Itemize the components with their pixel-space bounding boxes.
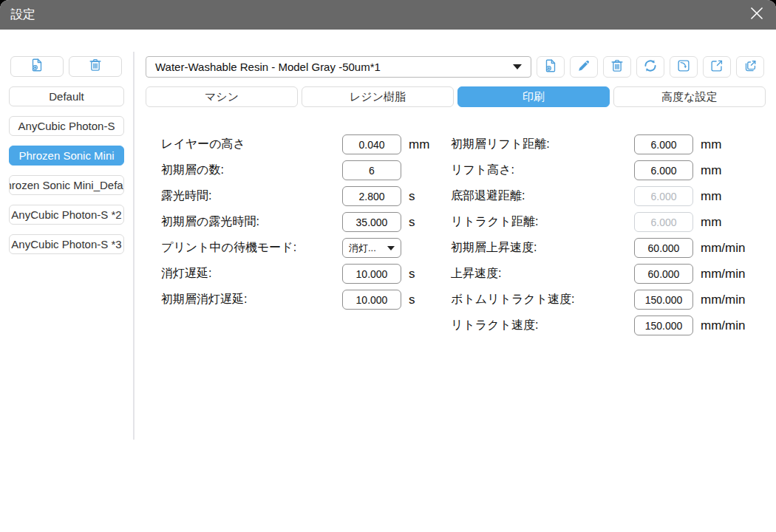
waiting-mode-selected-value: 消灯... (349, 242, 376, 255)
delete-resin-profile-button[interactable] (603, 56, 631, 78)
retract-distance-label: リトラクト距離: (451, 214, 634, 230)
tab-selected[interactable]: 印刷 (457, 86, 610, 107)
lift-speed-input[interactable]: 60.000 (634, 264, 693, 284)
lift-height-unit-label: mm (701, 163, 721, 178)
sidebar-actions (10, 56, 133, 77)
form-right-column: 初期層リフト距離:6.000mmリフト高さ:6.000mm底部退避距離:6.00… (451, 134, 769, 341)
share-icon (742, 58, 758, 77)
waiting-mode-label: プリント中の待機モード: (161, 240, 342, 256)
add-resin-profile-button[interactable] (537, 56, 565, 78)
lift-speed-unit-label: mm/min (701, 267, 745, 282)
form-row: 露光時間:2.800s (161, 186, 443, 206)
export-profile-button[interactable] (703, 56, 731, 78)
resin-profile-selected-label: Water-Washable Resin - Model Gray -50um*… (155, 61, 381, 73)
tab-bar: マシンレジン樹脂印刷高度な設定 (146, 86, 766, 107)
pencil-icon (576, 58, 592, 77)
machine-profile-sidebar: DefaultAnyCubic Photon-SPhrozen Sonic Mi… (0, 30, 133, 532)
layer-height-label: レイヤーの高さ (161, 137, 342, 152)
chevron-down-icon (387, 246, 395, 250)
form-row: ボトムリトラクト速度:150.000mm/min (451, 290, 769, 310)
bottom-exposure-time-label: 初期層の露光時間: (161, 214, 342, 230)
main-panel: Water-Washable Resin - Model Gray -50um*… (146, 56, 766, 107)
form-row: 初期層の数:6 (161, 160, 443, 180)
delete-machine-profile-button[interactable] (69, 56, 122, 77)
bottom-exposure-time-input[interactable]: 35.000 (342, 212, 401, 232)
bottom-layer-count-label: 初期層の数: (161, 163, 342, 178)
import-icon (675, 58, 692, 77)
bottom-retract-distance-label: 底部退避距離: (451, 188, 634, 204)
sidebar-divider (133, 52, 135, 440)
sidebar-item-machine-profile[interactable]: AnyCubic Photon-S *2 (9, 205, 124, 225)
add-machine-profile-button[interactable] (10, 56, 64, 77)
export-all-profiles-button[interactable] (736, 56, 764, 78)
bottom-lift-speed-label: 初期層上昇速度: (451, 240, 634, 256)
bottom-retract-distance-input: 6.000 (634, 186, 693, 206)
form-row: 上昇速度:60.000mm/min (451, 264, 769, 284)
resin-profile-row: Water-Washable Resin - Model Gray -50um*… (146, 56, 766, 78)
dialog-title: 設定 (10, 0, 35, 30)
form-row: 初期層上昇速度:60.000mm/min (451, 238, 769, 258)
bottom-lift-speed-unit-label: mm/min (701, 241, 745, 256)
bottom-layer-count-input[interactable]: 6 (342, 160, 401, 180)
bottom-retract-distance-unit-label: mm (701, 189, 721, 204)
bottom-lift-distance-input[interactable]: 6.000 (634, 134, 693, 154)
bottom-retract-speed-input[interactable]: 150.000 (634, 290, 693, 310)
chevron-down-icon (513, 64, 522, 69)
bottom-retract-speed-unit-label: mm/min (701, 293, 745, 307)
trash-icon (87, 57, 103, 76)
waiting-mode-dropdown[interactable]: 消灯... (342, 238, 401, 258)
reset-resin-profile-button[interactable] (636, 56, 664, 78)
sidebar-item-machine-profile[interactable]: AnyCubic Photon-S *3 (9, 234, 124, 254)
tab-item[interactable]: レジン樹脂 (302, 86, 454, 107)
bottom-light-off-delay-input[interactable]: 10.000 (342, 290, 401, 310)
form-left-column: レイヤーの高さ0.040mm初期層の数:6露光時間:2.800s初期層の露光時間… (161, 134, 443, 316)
export-icon (709, 58, 725, 77)
tab-item[interactable]: 高度な設定 (613, 86, 766, 107)
file-plus-icon (542, 58, 559, 77)
form-row: プリント中の待機モード:消灯... (161, 238, 443, 258)
retract-speed-unit-label: mm/min (701, 318, 745, 333)
sidebar-item-machine-profile[interactable]: AnyCubic Photon-S (9, 116, 124, 136)
form-row: 初期層リフト距離:6.000mm (451, 134, 769, 154)
exposure-time-input[interactable]: 2.800 (342, 186, 401, 206)
retract-distance-unit-label: mm (701, 215, 721, 230)
form-row: リトラクト速度:150.000mm/min (451, 316, 769, 335)
exposure-time-unit-label: s (409, 189, 415, 204)
trash-icon (609, 58, 625, 77)
refresh-icon (642, 58, 658, 77)
form-row: リトラクト距離:6.000mm (451, 212, 769, 232)
light-off-delay-unit-label: s (409, 267, 415, 282)
lift-height-input[interactable]: 6.000 (634, 160, 693, 180)
exposure-time-label: 露光時間: (161, 188, 342, 204)
light-off-delay-label: 消灯遅延: (161, 266, 342, 282)
light-off-delay-input[interactable]: 10.000 (342, 264, 401, 284)
sidebar-item-machine-profile[interactable]: Phrozen Sonic Mini_Default (9, 175, 124, 195)
form-row: 消灯遅延:10.000s (161, 264, 443, 284)
machine-profile-list: DefaultAnyCubic Photon-SPhrozen Sonic Mi… (0, 86, 133, 254)
edit-resin-profile-button[interactable] (570, 56, 598, 78)
lift-height-label: リフト高さ: (451, 163, 634, 178)
bottom-exposure-time-unit-label: s (409, 215, 415, 230)
retract-speed-input[interactable]: 150.000 (634, 316, 693, 335)
resin-profile-toolbar (537, 56, 764, 78)
settings-dialog: 設定 DefaultAnyCubic Photon-SPhrozen Sonic… (0, 0, 776, 532)
form-row: 初期層の露光時間:35.000s (161, 212, 443, 232)
layer-height-unit-label: mm (409, 137, 429, 152)
titlebar: 設定 (0, 0, 776, 30)
bottom-light-off-delay-label: 初期層消灯遅延: (161, 292, 342, 307)
form-row: 底部退避距離:6.000mm (451, 186, 769, 206)
bottom-retract-speed-label: ボトムリトラクト速度: (451, 292, 634, 307)
retract-distance-input: 6.000 (634, 212, 693, 232)
resin-profile-dropdown[interactable]: Water-Washable Resin - Model Gray -50um*… (146, 56, 531, 78)
layer-height-input[interactable]: 0.040 (342, 134, 401, 154)
import-profile-button[interactable] (670, 56, 698, 78)
bottom-lift-speed-input[interactable]: 60.000 (634, 238, 693, 258)
close-icon (747, 4, 766, 26)
sidebar-item-machine-profile[interactable]: Default (9, 86, 124, 106)
lift-speed-label: 上昇速度: (451, 266, 634, 282)
bottom-light-off-delay-unit-label: s (409, 293, 415, 307)
retract-speed-label: リトラクト速度: (451, 318, 634, 333)
tab-item[interactable]: マシン (146, 86, 298, 107)
close-button[interactable] (746, 4, 767, 25)
sidebar-item-machine-profile[interactable]: Phrozen Sonic Mini (9, 146, 124, 166)
